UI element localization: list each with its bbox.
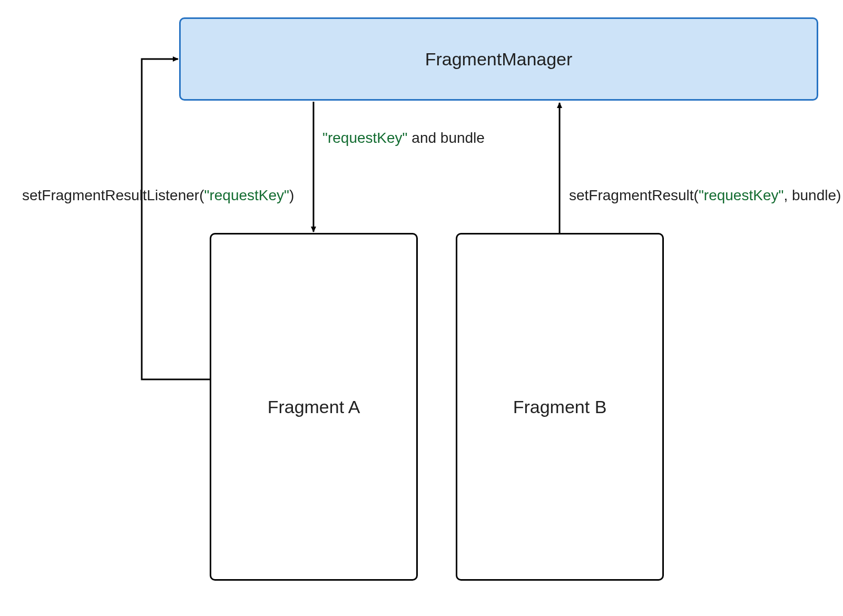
label-result-suffix: , bundle): [783, 187, 841, 203]
diagram-canvas: FragmentManager Fragment A Fragment B se…: [0, 0, 843, 616]
label-listener: setFragmentResultListener("requestKey"): [22, 187, 294, 204]
label-to-a-rest: and bundle: [408, 130, 485, 146]
fragment-b-box: Fragment B: [456, 233, 664, 581]
label-listener-suffix: ): [289, 187, 294, 203]
label-to-a-key: "requestKey": [322, 130, 408, 146]
label-result-prefix: setFragmentResult(: [569, 187, 699, 203]
fragment-a-label: Fragment A: [268, 397, 360, 417]
fragment-b-label: Fragment B: [513, 397, 607, 417]
fragment-a-box: Fragment A: [210, 233, 418, 581]
label-listener-prefix: setFragmentResultListener(: [22, 187, 204, 203]
label-listener-key: "requestKey": [204, 187, 289, 203]
label-result-key: "requestKey": [699, 187, 784, 203]
label-result: setFragmentResult("requestKey", bundle): [569, 187, 841, 204]
label-to-a: "requestKey" and bundle: [322, 130, 485, 146]
fragment-manager-label: FragmentManager: [425, 49, 573, 70]
fragment-manager-box: FragmentManager: [179, 17, 818, 101]
arrow-listener: [142, 59, 210, 379]
